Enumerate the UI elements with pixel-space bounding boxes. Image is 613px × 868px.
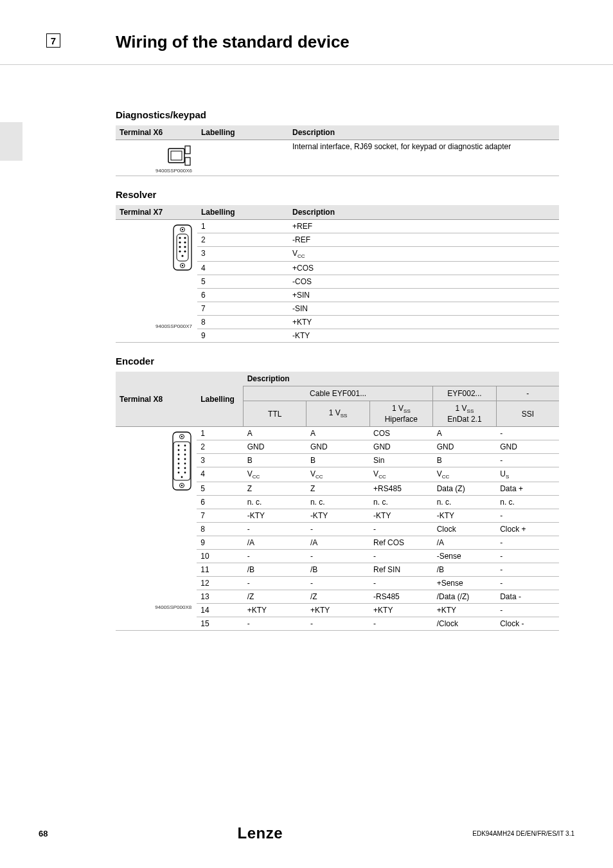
x8-label: 14	[197, 604, 243, 617]
x8-label: 15	[197, 617, 243, 631]
page-title: Wiring of the standard device	[116, 32, 350, 52]
x8-terminal-img: 9400SSP000X8	[116, 426, 197, 630]
x8-sub-ttl: TTL	[244, 401, 306, 426]
svg-point-6	[182, 229, 183, 230]
x8-cell: -Sense	[433, 550, 497, 563]
x8-cell: -	[496, 577, 559, 590]
x8-cell: /Z	[244, 590, 306, 604]
x8-col-description: Description	[244, 372, 559, 386]
svg-point-34	[178, 467, 180, 469]
x7-label: 6	[197, 289, 289, 302]
x7-img-label: 9400SSP000X7	[120, 323, 193, 329]
svg-point-28	[178, 453, 180, 455]
svg-point-36	[178, 471, 180, 473]
svg-point-35	[184, 467, 186, 469]
svg-rect-2	[185, 158, 190, 165]
x8-cell: -	[306, 617, 369, 631]
x8-label: 5	[197, 482, 243, 496]
x8-cell: +KTY	[244, 604, 306, 617]
x8-label: 7	[197, 509, 243, 523]
x8-cell: -	[496, 604, 559, 617]
x8-label: 8	[197, 523, 243, 536]
footer: 68 Lenze EDK94AMH24 DE/EN/FR/ES/IT 3.1	[39, 824, 574, 842]
x8-cell: -	[496, 536, 559, 550]
x7-desc: -COS	[289, 275, 559, 289]
x8-cell: Data (Z)	[433, 482, 497, 496]
table-x6: Terminal X6 Labelling Description 9400SS…	[116, 125, 559, 176]
x8-col-labelling: Labelling	[197, 372, 243, 426]
x7-col-terminal: Terminal X7	[116, 205, 197, 220]
x8-cell: VCC	[433, 467, 497, 482]
x8-cell: /A	[244, 536, 306, 550]
x8-cell: A	[433, 426, 497, 440]
x8-sub-hiperface: 1 VSSHiperface	[369, 401, 433, 426]
svg-point-17	[184, 250, 186, 252]
svg-point-33	[184, 462, 186, 464]
x6-labelling-empty	[197, 140, 289, 176]
x8-cell: n. c.	[306, 496, 369, 509]
x8-sub-endat: 1 VSSEnDat 2.1	[433, 401, 497, 426]
section-title-diagnostics: Diagnostics/keypad	[116, 109, 559, 120]
x8-cell: /Z	[306, 590, 369, 604]
svg-point-11	[184, 237, 186, 239]
x8-cell: Z	[306, 482, 369, 496]
x7-label: 9	[197, 329, 289, 343]
x8-cell: n. c.	[433, 496, 497, 509]
x8-cell: Ref COS	[369, 536, 433, 550]
svg-point-8	[182, 265, 183, 266]
svg-point-29	[184, 453, 186, 455]
x8-img-label: 9400SSP000X8	[120, 604, 193, 610]
x7-terminal-img: 9400SSP000X7	[116, 220, 197, 343]
page-number: 68	[39, 829, 48, 838]
x7-desc: +KTY	[289, 316, 559, 329]
x8-cell: n. c.	[244, 496, 306, 509]
x8-group1: Cable EYF001...	[244, 386, 433, 401]
x8-cell: Clock -	[496, 617, 559, 631]
x8-cell: -	[306, 550, 369, 563]
x8-cell: -KTY	[369, 509, 433, 523]
svg-point-30	[178, 458, 180, 460]
x8-cell: GND	[369, 440, 433, 453]
x7-desc: -REF	[289, 233, 559, 247]
x8-cell: -KTY	[306, 509, 369, 523]
x8-cell: Z	[244, 482, 306, 496]
x8-cell: -	[496, 453, 559, 467]
x7-label: 4	[197, 262, 289, 275]
x8-cell: -	[496, 550, 559, 563]
x8-sub-ssi: SSI	[496, 401, 559, 426]
x8-cell: GND	[244, 440, 306, 453]
x8-cell: -KTY	[244, 509, 306, 523]
x8-cell: /B	[306, 563, 369, 577]
x8-label: 3	[197, 453, 243, 467]
x6-col-labelling: Labelling	[197, 125, 289, 140]
x8-cell: Ref SIN	[369, 563, 433, 577]
svg-point-15	[184, 246, 186, 248]
x8-cell: -	[369, 523, 433, 536]
x8-cell: Clock +	[496, 523, 559, 536]
x8-cell: GND	[496, 440, 559, 453]
svg-point-21	[181, 436, 182, 437]
svg-point-37	[184, 471, 186, 473]
x8-cell: -KTY	[433, 509, 497, 523]
x8-cell: Clock	[433, 523, 497, 536]
svg-point-38	[181, 476, 183, 478]
x8-cell: -	[244, 577, 306, 590]
x8-cell: Data +	[496, 482, 559, 496]
x7-label: 3	[197, 247, 289, 262]
x8-sub-1vss: 1 VSS	[306, 401, 369, 426]
svg-rect-9	[177, 234, 188, 261]
x8-cell: +KTY	[306, 604, 369, 617]
x8-cell: +RS485	[369, 482, 433, 496]
svg-point-18	[181, 255, 183, 257]
x8-cell: -RS485	[369, 590, 433, 604]
x8-cell: +KTY	[369, 604, 433, 617]
side-tab	[0, 122, 22, 161]
x8-cell: n. c.	[369, 496, 433, 509]
x8-cell: -	[244, 523, 306, 536]
x8-cell: -	[496, 426, 559, 440]
x8-cell: /B	[433, 563, 497, 577]
x8-cell: COS	[369, 426, 433, 440]
x7-label: 7	[197, 302, 289, 316]
x8-label: 1	[197, 426, 243, 440]
x8-label: 10	[197, 550, 243, 563]
